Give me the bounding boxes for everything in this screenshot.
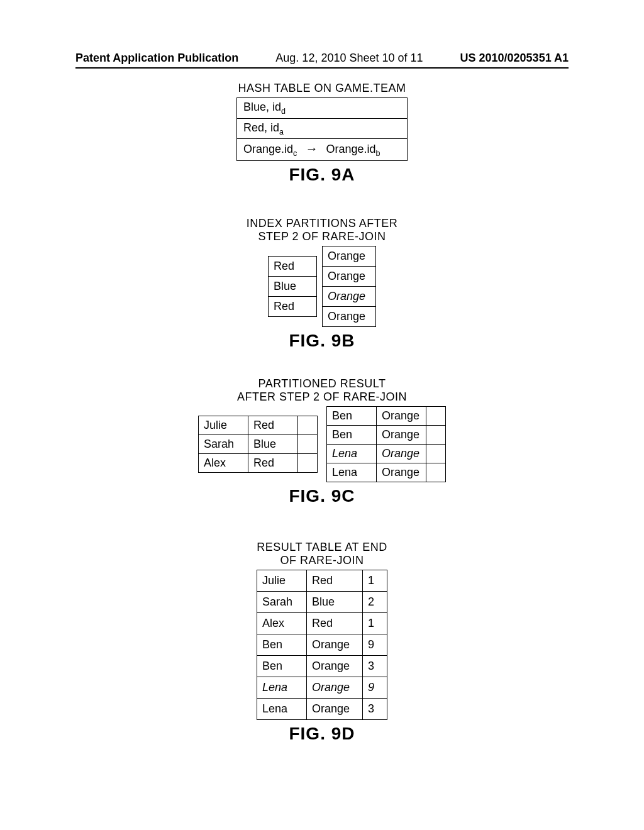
cell-text: Orange bbox=[377, 407, 426, 426]
table-row: Orange bbox=[323, 267, 376, 287]
partitioned-result-right: Ben Orange Ben Orange Lena Orange Lena O… bbox=[326, 406, 446, 482]
table-row: Red bbox=[269, 257, 317, 277]
table-row: Alex Red bbox=[199, 454, 318, 473]
index-partition-right: Orange Orange Orange Orange bbox=[322, 246, 376, 327]
table-row: Ben Orange 9 bbox=[257, 634, 387, 656]
subscript: a bbox=[279, 127, 284, 136]
figure-9a: HASH TABLE ON GAME.TEAM Blue, idd Red, i… bbox=[0, 82, 644, 185]
cell-text: Orange bbox=[323, 267, 376, 287]
figure-9c: PARTITIONED RESULT AFTER STEP 2 OF RARE-… bbox=[0, 377, 644, 506]
header-right: US 2010/0205351 A1 bbox=[460, 52, 569, 65]
cell-text: Orange bbox=[377, 426, 426, 445]
cell-text: Orange bbox=[307, 699, 363, 720]
cell-empty bbox=[426, 463, 446, 482]
table-row: Ben Orange bbox=[327, 407, 446, 426]
cell-text: 3 bbox=[363, 699, 387, 720]
header-mid: Aug. 12, 2010 Sheet 10 of 11 bbox=[275, 52, 423, 65]
cell-text: 1 bbox=[363, 613, 387, 634]
subscript: b bbox=[375, 149, 380, 158]
fig9d-label: FIG. 9D bbox=[0, 724, 644, 744]
table-row: Red bbox=[269, 297, 317, 317]
figure-9d: RESULT TABLE AT END OF RARE-JOIN Julie R… bbox=[0, 541, 644, 744]
table-row: Red, ida bbox=[237, 118, 408, 139]
cell-empty bbox=[298, 454, 318, 473]
cell-text: Orange bbox=[307, 677, 363, 699]
table-row: Lena Orange 9 bbox=[257, 677, 387, 699]
cell-empty bbox=[298, 416, 318, 435]
table-row: Orange bbox=[323, 287, 376, 307]
cell-empty bbox=[298, 435, 318, 454]
table-row: Sarah Blue 2 bbox=[257, 592, 387, 613]
fig9d-caption-l1: RESULT TABLE AT END bbox=[0, 541, 644, 554]
cell-text: Julie bbox=[199, 416, 248, 435]
cell-text: Orange bbox=[323, 307, 376, 327]
page-header: Patent Application Publication Aug. 12, … bbox=[75, 52, 569, 69]
cell-text: Alex bbox=[199, 454, 248, 473]
partitioned-result-left: Julie Red Sarah Blue Alex Red bbox=[198, 416, 318, 473]
cell-text: Red bbox=[307, 613, 363, 634]
fig9b-label: FIG. 9B bbox=[0, 331, 644, 351]
table-row: Ben Orange 3 bbox=[257, 656, 387, 677]
table-row: Ben Orange bbox=[327, 426, 446, 445]
subscript: c bbox=[293, 149, 297, 158]
cell-text: 9 bbox=[363, 634, 387, 656]
figure-9b: INDEX PARTITIONS AFTER STEP 2 OF RARE-JO… bbox=[0, 217, 644, 351]
cell-text: Blue bbox=[307, 592, 363, 613]
cell-text: 2 bbox=[363, 592, 387, 613]
subscript: d bbox=[281, 107, 286, 116]
table-row: Alex Red 1 bbox=[257, 613, 387, 634]
fig9b-caption-l1: INDEX PARTITIONS AFTER bbox=[0, 217, 644, 230]
table-row: Julie Red bbox=[199, 416, 318, 435]
cell-text: Orange bbox=[323, 246, 376, 267]
arrow-icon: → bbox=[305, 141, 318, 156]
cell-text: Orange.id bbox=[243, 143, 293, 155]
cell-text: Sarah bbox=[199, 435, 248, 454]
cell-text: Sarah bbox=[257, 592, 307, 613]
cell-text: Lena bbox=[327, 463, 377, 482]
cell-text: Lena bbox=[257, 699, 307, 720]
fig9a-caption: HASH TABLE ON GAME.TEAM bbox=[0, 82, 644, 95]
cell-text: Red, id bbox=[243, 121, 279, 134]
result-table: Julie Red 1 Sarah Blue 2 Alex Red 1 Ben … bbox=[257, 570, 387, 720]
table-row: Orange bbox=[323, 246, 376, 267]
cell-text: Lena bbox=[327, 445, 377, 463]
cell-text: Ben bbox=[257, 656, 307, 677]
cell-text: 9 bbox=[363, 677, 387, 699]
cell-text: Blue, id bbox=[243, 101, 281, 113]
cell-text: 1 bbox=[363, 570, 387, 592]
fig9a-label: FIG. 9A bbox=[0, 165, 644, 185]
fig9c-label: FIG. 9C bbox=[0, 486, 644, 506]
cell-text: Blue bbox=[269, 277, 317, 297]
cell-text: Lena bbox=[257, 677, 307, 699]
table-row: Orange bbox=[323, 307, 376, 327]
fig9b-caption-l2: STEP 2 OF RARE-JOIN bbox=[0, 230, 644, 243]
cell-text: Red bbox=[269, 257, 317, 277]
cell-text: Orange bbox=[323, 287, 376, 307]
cell-text: Orange bbox=[377, 463, 426, 482]
fig9c-caption-l1: PARTITIONED RESULT bbox=[0, 377, 644, 390]
cell-text: Alex bbox=[257, 613, 307, 634]
cell-empty bbox=[426, 407, 446, 426]
table-row: Blue, idd bbox=[237, 98, 408, 119]
cell-text: Red bbox=[248, 416, 298, 435]
cell-text: 3 bbox=[363, 656, 387, 677]
cell-text: Orange bbox=[377, 445, 426, 463]
cell-text: Ben bbox=[327, 407, 377, 426]
cell-text: Red bbox=[269, 297, 317, 317]
table-row: Julie Red 1 bbox=[257, 570, 387, 592]
fig9c-caption-l2: AFTER STEP 2 OF RARE-JOIN bbox=[0, 390, 644, 404]
cell-text: Red bbox=[307, 570, 363, 592]
table-row: Lena Orange 3 bbox=[257, 699, 387, 720]
cell-text: Orange.id bbox=[326, 143, 375, 155]
table-row: Lena Orange bbox=[327, 463, 446, 482]
table-row: Orange.idc → Orange.idb bbox=[237, 139, 408, 161]
cell-empty bbox=[426, 445, 446, 463]
hash-table: Blue, idd Red, ida Orange.idc → Orange.i… bbox=[236, 97, 408, 161]
cell-empty bbox=[426, 426, 446, 445]
cell-text: Orange bbox=[307, 656, 363, 677]
cell-text: Red bbox=[248, 454, 298, 473]
cell-text: Blue bbox=[248, 435, 298, 454]
cell-text: Orange bbox=[307, 634, 363, 656]
header-left: Patent Application Publication bbox=[75, 52, 238, 65]
cell-text: Ben bbox=[327, 426, 377, 445]
